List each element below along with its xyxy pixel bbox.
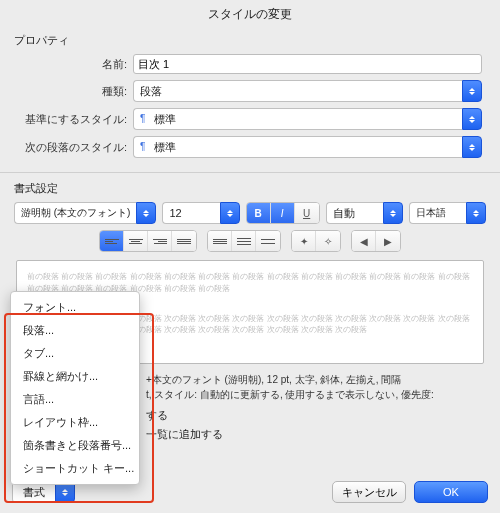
line-spacing-1-button[interactable] bbox=[208, 231, 232, 251]
space-before-dec-button[interactable]: ✧ bbox=[316, 231, 340, 251]
chevron-updown-icon bbox=[462, 136, 482, 158]
menu-borders[interactable]: 罫線と網かけ... bbox=[11, 365, 139, 388]
font-select[interactable]: 游明朝 (本文のフォント) bbox=[14, 202, 156, 224]
paragraph-icon: ¶ bbox=[140, 114, 150, 124]
chevron-updown-icon bbox=[220, 202, 240, 224]
paragraph-icon: ¶ bbox=[140, 142, 150, 152]
desc-line-1: +本文のフォント (游明朝), 12 pt, 太字, 斜体, 左揃え, 間隔 bbox=[146, 372, 484, 387]
ok-button[interactable]: OK bbox=[414, 481, 488, 503]
space-before-inc-button[interactable]: ✦ bbox=[292, 231, 316, 251]
kind-value: 段落 bbox=[140, 84, 162, 99]
divider bbox=[0, 172, 500, 173]
align-right-button[interactable] bbox=[148, 231, 172, 251]
format-popup-menu: フォント... 段落... タブ... 罫線と網かけ... 言語... レイアウ… bbox=[10, 291, 140, 485]
base-style-select[interactable]: ¶標準 bbox=[133, 108, 482, 130]
properties-group: 名前: 種類: 段落 基準にするスタイル: ¶標準 次の段落のスタイル: ¶標準 bbox=[0, 54, 500, 172]
paragraph-toolbar: ✦ ✧ ◀ ▶ bbox=[0, 230, 500, 260]
properties-section-label: プロパティ bbox=[0, 31, 500, 54]
menu-frame[interactable]: レイアウト枠... bbox=[11, 411, 139, 434]
size-value: 12 bbox=[169, 207, 181, 219]
lang-select[interactable]: 日本語 bbox=[409, 202, 486, 224]
menu-language[interactable]: 言語... bbox=[11, 388, 139, 411]
size-select[interactable]: 12 bbox=[162, 202, 239, 224]
line-spacing-2-button[interactable] bbox=[256, 231, 280, 251]
base-style-value: 標準 bbox=[154, 112, 176, 127]
line-spacing-15-button[interactable] bbox=[232, 231, 256, 251]
bold-button[interactable]: B bbox=[247, 203, 271, 223]
base-style-label: 基準にするスタイル: bbox=[18, 112, 133, 127]
italic-button[interactable]: I bbox=[271, 203, 295, 223]
next-style-value: 標準 bbox=[154, 140, 176, 155]
desc-line-2: t, スタイル: 自動的に更新する, 使用するまで表示しない, 優先度: bbox=[146, 387, 484, 402]
align-justify-button[interactable] bbox=[172, 231, 196, 251]
add-to-list-checkbox[interactable]: 一覧に追加する bbox=[146, 427, 484, 442]
formatting-section-label: 書式設定 bbox=[0, 179, 500, 202]
style-segment: B I U bbox=[246, 202, 320, 224]
align-left-button[interactable] bbox=[100, 231, 124, 251]
chevron-updown-icon bbox=[466, 202, 486, 224]
indent-inc-button[interactable]: ▶ bbox=[376, 231, 400, 251]
name-input[interactable] bbox=[133, 54, 482, 74]
menu-shortcut[interactable]: ショートカット キー... bbox=[11, 457, 139, 480]
next-style-label: 次の段落のスタイル: bbox=[18, 140, 133, 155]
cancel-button[interactable]: キャンセル bbox=[332, 481, 406, 503]
align-center-button[interactable] bbox=[124, 231, 148, 251]
kind-label: 種類: bbox=[18, 84, 133, 99]
font-value: 游明朝 (本文のフォント) bbox=[21, 206, 130, 220]
chevron-updown-icon bbox=[383, 202, 403, 224]
menu-font[interactable]: フォント... bbox=[11, 296, 139, 319]
format-toolbar: 游明朝 (本文のフォント) 12 B I U 自動 日本語 bbox=[0, 202, 500, 230]
window-title: スタイルの変更 bbox=[0, 0, 500, 31]
next-style-select[interactable]: ¶標準 bbox=[133, 136, 482, 158]
menu-paragraph[interactable]: 段落... bbox=[11, 319, 139, 342]
name-label: 名前: bbox=[18, 57, 133, 72]
color-value: 自動 bbox=[333, 206, 355, 221]
color-select[interactable]: 自動 bbox=[326, 202, 403, 224]
menu-numbering[interactable]: 箇条書きと段落番号... bbox=[11, 434, 139, 457]
menu-tab[interactable]: タブ... bbox=[11, 342, 139, 365]
chevron-updown-icon bbox=[462, 80, 482, 102]
auto-update-checkbox[interactable]: する bbox=[146, 408, 484, 423]
indent-dec-button[interactable]: ◀ bbox=[352, 231, 376, 251]
chevron-updown-icon bbox=[462, 108, 482, 130]
kind-select[interactable]: 段落 bbox=[133, 80, 482, 102]
underline-button[interactable]: U bbox=[295, 203, 319, 223]
chevron-updown-icon bbox=[136, 202, 156, 224]
lang-value: 日本語 bbox=[416, 206, 446, 220]
